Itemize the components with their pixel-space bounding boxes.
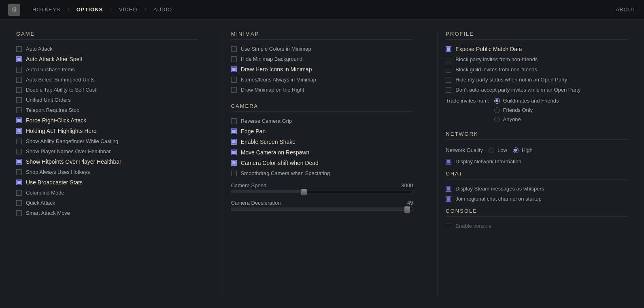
game-checkbox-4[interactable] — [16, 87, 22, 93]
nav-audio[interactable]: AUDIO — [151, 5, 174, 14]
camera-checkbox-3[interactable] — [231, 150, 237, 155]
chat-checkbox-0[interactable] — [446, 186, 451, 192]
game-checkbox-5[interactable] — [16, 97, 22, 103]
minimap-checkbox-2[interactable] — [231, 66, 237, 72]
game-option-2[interactable]: Auto Purchase Items — [16, 64, 198, 75]
camera-decel-thumb[interactable] — [404, 206, 410, 213]
game-checkbox-2[interactable] — [16, 67, 22, 73]
profile-checkbox-4[interactable] — [446, 87, 451, 93]
camera-checkbox-5[interactable] — [231, 171, 237, 176]
console-option-0[interactable]: Enable console — [446, 221, 628, 231]
camera-speed-slider[interactable] — [231, 190, 413, 193]
game-checkbox-1[interactable] — [16, 56, 22, 62]
minimap-option-2[interactable]: Draw Hero Icons in Minimap — [231, 64, 413, 75]
camera-decel-slider[interactable] — [231, 207, 413, 211]
game-label-12: Shop Always Uses Hotkeys — [26, 169, 90, 175]
game-checkbox-3[interactable] — [16, 77, 22, 83]
trade-friends-only[interactable]: Friends Only — [494, 106, 559, 114]
game-checkbox-13[interactable] — [16, 180, 22, 185]
console-checkbox-0[interactable] — [446, 223, 451, 229]
game-option-15[interactable]: Quick Attack — [16, 198, 198, 208]
minimap-section-header: MINIMAP — [231, 31, 413, 40]
nav-video[interactable]: VIDEO — [117, 5, 140, 14]
game-checkbox-15[interactable] — [16, 200, 22, 206]
nav-about[interactable]: ABOUT — [616, 6, 636, 13]
game-option-7[interactable]: Force Right-Click Attack — [16, 115, 198, 126]
trade-anyone[interactable]: Anyone — [494, 116, 559, 123]
camera-option-2[interactable]: Enable Screen Shake — [231, 137, 413, 147]
minimap-checkbox-4[interactable] — [231, 87, 237, 93]
camera-checkbox-1[interactable] — [231, 128, 237, 134]
camera-checkbox-0[interactable] — [231, 118, 237, 124]
game-checkbox-12[interactable] — [16, 169, 22, 175]
game-checkbox-10[interactable] — [16, 149, 22, 154]
profile-option-1[interactable]: Block party invites from non-friends — [446, 54, 628, 64]
profile-option-0[interactable]: Expose Public Match Data — [446, 44, 628, 54]
game-label-1: Auto Attack After Spell — [26, 56, 82, 62]
camera-option-0[interactable]: Reverse Camera Grip — [231, 116, 413, 126]
camera-speed-thumb[interactable] — [301, 189, 307, 195]
sep3: / — [145, 6, 146, 13]
trade-guildmates-radio[interactable] — [494, 98, 500, 104]
profile-checkbox-2[interactable] — [446, 67, 451, 73]
game-option-12[interactable]: Shop Always Uses Hotkeys — [16, 167, 198, 177]
minimap-checkbox-0[interactable] — [231, 46, 237, 52]
game-option-6[interactable]: Teleport Requires Stop — [16, 105, 198, 115]
profile-option-3[interactable]: Hide my party status when not in an Open… — [446, 75, 628, 85]
nav-options[interactable]: OPTIONS — [74, 5, 106, 14]
camera-checkbox-2[interactable] — [231, 139, 237, 145]
game-option-4[interactable]: Double Tap Ability to Self Cast — [16, 85, 198, 95]
camera-option-4[interactable]: Camera Color-shift when Dead — [231, 158, 413, 168]
nq-high[interactable]: High — [513, 146, 533, 154]
minimap-option-3[interactable]: Names/Icons Always in Minimap — [231, 75, 413, 85]
game-option-9[interactable]: Show Ability Rangefinder While Casting — [16, 136, 198, 146]
nq-low-radio[interactable] — [489, 148, 494, 153]
camera-option-5[interactable]: Smoothdrag Camera when Spectating — [231, 168, 413, 178]
divider-2 — [437, 31, 438, 297]
game-option-13[interactable]: Use Broadcaster Stats — [16, 177, 198, 188]
camera-option-1[interactable]: Edge Pan — [231, 126, 413, 137]
profile-option-2[interactable]: Block guild invites from non-friends — [446, 64, 628, 75]
nq-high-radio[interactable] — [513, 148, 519, 153]
game-checkbox-11[interactable] — [16, 159, 22, 165]
camera-speed-section: Camera Speed 3000 — [231, 182, 413, 193]
minimap-checkbox-3[interactable] — [231, 77, 237, 83]
game-checkbox-6[interactable] — [16, 107, 22, 113]
network-checkbox-0[interactable] — [446, 159, 451, 165]
game-option-10[interactable]: Show Player Names Over Healthbar — [16, 146, 198, 156]
game-option-1[interactable]: Auto Attack After Spell — [16, 54, 198, 64]
network-option-0[interactable]: Display Network Information — [446, 156, 628, 167]
game-option-11[interactable]: Show Hitpoints Over Player Healthbar — [16, 156, 198, 167]
game-checkbox-7[interactable] — [16, 118, 22, 123]
minimap-option-1[interactable]: Hide Minimap Background — [231, 54, 413, 64]
nav-hotkeys[interactable]: HOTKEYS — [30, 5, 63, 14]
camera-option-3[interactable]: Move Camera on Respawn — [231, 147, 413, 158]
game-checkbox-9[interactable] — [16, 139, 22, 144]
game-option-5[interactable]: Unified Unit Orders — [16, 95, 198, 105]
minimap-option-0[interactable]: Use Simple Colors in Minimap — [231, 44, 413, 54]
game-option-8[interactable]: Holding ALT Highlights Hero — [16, 126, 198, 136]
game-option-14[interactable]: Colorblind Mode — [16, 188, 198, 198]
game-checkbox-14[interactable] — [16, 190, 22, 196]
profile-checkbox-3[interactable] — [446, 77, 451, 83]
minimap-checkbox-1[interactable] — [231, 56, 237, 62]
game-checkbox-16[interactable] — [16, 210, 22, 216]
chat-option-0[interactable]: Display Steam messages as whispers — [446, 184, 628, 194]
profile-checkbox-1[interactable] — [446, 57, 451, 62]
game-option-3[interactable]: Auto Select Summoned Units — [16, 75, 198, 85]
game-option-16[interactable]: Smart Attack Move — [16, 208, 198, 218]
minimap-option-4[interactable]: Draw Minimap on the Right — [231, 85, 413, 95]
trade-guildmates[interactable]: Guildmates and Friends — [494, 97, 559, 105]
profile-option-4[interactable]: Don't auto-accept party invites while in… — [446, 85, 628, 95]
nq-low[interactable]: Low — [489, 146, 507, 154]
game-option-0[interactable]: Auto Attack — [16, 44, 198, 54]
profile-checkbox-0[interactable] — [446, 46, 451, 52]
chat-option-1[interactable]: Join regional chat channel on startup — [446, 194, 628, 204]
game-checkbox-0[interactable] — [16, 46, 22, 52]
camera-checkbox-4[interactable] — [231, 160, 237, 166]
game-label-14: Colorblind Mode — [26, 190, 64, 196]
trade-anyone-radio[interactable] — [494, 117, 500, 122]
trade-friends-radio[interactable] — [494, 107, 500, 113]
chat-checkbox-1[interactable] — [446, 196, 451, 202]
game-checkbox-8[interactable] — [16, 128, 22, 134]
